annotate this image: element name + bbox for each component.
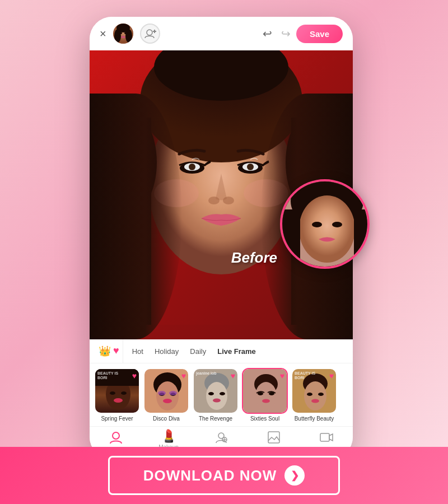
top-bar-left: × xyxy=(100,24,160,44)
favorites-tab[interactable]: ♥ xyxy=(113,345,119,357)
video-icon xyxy=(319,430,334,447)
look-watermark-1: BEAUTY ISBORI xyxy=(97,371,118,380)
look-thumb-disco-diva: ♥ xyxy=(143,368,189,414)
hair-left xyxy=(90,94,182,339)
look-watermark-5: BEAUTY ISBORI xyxy=(295,371,315,380)
look-thumb-butterfly-beauty: BEAUTY ISBORI ♥ xyxy=(291,368,337,414)
svg-point-7 xyxy=(147,30,152,35)
look-thumb-sixties-soul: ♥ xyxy=(242,368,288,414)
avatar[interactable] xyxy=(113,24,133,44)
retouch-icon xyxy=(214,430,228,447)
looks-icon xyxy=(109,430,123,447)
look-thumb-spring-fever: BEAUTY ISBORI ♥ xyxy=(94,368,140,414)
undo-redo-group: ↩ ↪ xyxy=(263,27,291,40)
close-button[interactable]: × xyxy=(100,28,106,39)
before-label: Before xyxy=(231,249,277,267)
svg-point-40 xyxy=(169,391,177,395)
svg-point-46 xyxy=(220,392,225,395)
look-thumb-the-revenge: jeanine lob ♥ xyxy=(193,368,239,414)
add-person-button[interactable] xyxy=(140,24,160,44)
tab-icons-group: 👑 ♥ xyxy=(95,339,123,363)
svg-point-36 xyxy=(156,381,179,410)
svg-point-30 xyxy=(110,391,115,395)
look-spring-fever[interactable]: BEAUTY ISBORI ♥ Spring Fever xyxy=(94,368,140,422)
looks-grid: BEAUTY ISBORI ♥ Spring Fever xyxy=(90,363,353,426)
look-butterfly-beauty[interactable]: BEAUTY ISBORI ♥ Butterfly Beauty xyxy=(291,368,337,422)
look-heart-3[interactable]: ♥ xyxy=(231,371,235,380)
svg-point-26 xyxy=(223,197,234,204)
svg-point-23 xyxy=(189,164,195,170)
svg-point-70 xyxy=(312,222,322,227)
look-disco-diva[interactable]: ♥ Disco Diva xyxy=(143,368,189,422)
top-bar: × xyxy=(90,17,353,50)
svg-point-6 xyxy=(121,36,125,38)
look-heart-4[interactable]: ♥ xyxy=(280,371,284,380)
svg-point-57 xyxy=(307,393,312,396)
look-sixties-soul[interactable]: ♥ Sixties Soul xyxy=(242,368,288,422)
save-button[interactable]: Save xyxy=(296,25,343,43)
svg-rect-73 xyxy=(354,209,370,269)
look-watermark-3: jeanine lob xyxy=(196,371,217,376)
undo-button[interactable]: ↩ xyxy=(263,27,272,40)
svg-point-32 xyxy=(114,398,123,403)
download-text: DOWNLOAD NOW xyxy=(143,467,277,484)
phone-wrapper: × xyxy=(90,17,358,470)
svg-point-58 xyxy=(318,393,324,396)
look-heart-2[interactable]: ♥ xyxy=(181,371,186,380)
svg-point-45 xyxy=(208,392,214,395)
svg-point-56 xyxy=(304,381,326,410)
look-label-disco-diva: Disco Diva xyxy=(153,416,180,422)
before-circle xyxy=(280,179,370,269)
tab-holiday[interactable]: Holiday xyxy=(149,343,184,360)
svg-point-24 xyxy=(247,164,254,170)
svg-point-25 xyxy=(208,197,220,204)
svg-point-69 xyxy=(299,195,355,263)
svg-point-71 xyxy=(332,222,342,227)
svg-point-44 xyxy=(206,382,227,410)
svg-point-41 xyxy=(163,399,172,403)
download-button[interactable]: DOWNLOAD NOW ❯ xyxy=(108,456,340,495)
look-label-butterfly-beauty: Butterfly Beauty xyxy=(295,416,334,422)
tab-live-frame[interactable]: Live Frame xyxy=(212,343,262,360)
crown-icon[interactable]: 👑 xyxy=(99,345,111,357)
download-bar: DOWNLOAD NOW ❯ xyxy=(0,447,448,504)
svg-rect-66 xyxy=(320,433,329,441)
filter-tabs: 👑 ♥ Hot Holiday Daily Live Frame xyxy=(90,339,353,363)
download-arrow-icon: ❯ xyxy=(284,465,305,486)
tab-hot[interactable]: Hot xyxy=(127,343,149,360)
svg-point-4 xyxy=(119,32,122,34)
svg-point-31 xyxy=(121,391,127,395)
look-heart-5[interactable]: ♥ xyxy=(329,371,334,380)
svg-point-59 xyxy=(311,399,319,403)
svg-point-2 xyxy=(114,29,121,43)
tab-daily[interactable]: Daily xyxy=(184,343,212,360)
svg-point-5 xyxy=(124,32,128,34)
look-label-the-revenge: The Revenge xyxy=(199,416,232,422)
svg-point-53 xyxy=(262,399,270,403)
svg-point-3 xyxy=(125,29,132,43)
look-label-sixties-soul: Sixties Soul xyxy=(250,416,279,422)
look-the-revenge[interactable]: jeanine lob ♥ The Revenge xyxy=(193,368,239,422)
svg-point-39 xyxy=(158,391,166,395)
makeup-icon: 💄 xyxy=(161,430,176,442)
look-label-spring-fever: Spring Fever xyxy=(101,416,133,422)
look-heart-1[interactable]: ♥ xyxy=(132,371,137,380)
edit-icon xyxy=(267,430,281,447)
svg-point-60 xyxy=(113,432,119,439)
redo-button[interactable]: ↪ xyxy=(281,27,291,40)
svg-point-47 xyxy=(213,399,221,403)
svg-point-50 xyxy=(255,382,277,410)
svg-rect-65 xyxy=(268,432,279,443)
